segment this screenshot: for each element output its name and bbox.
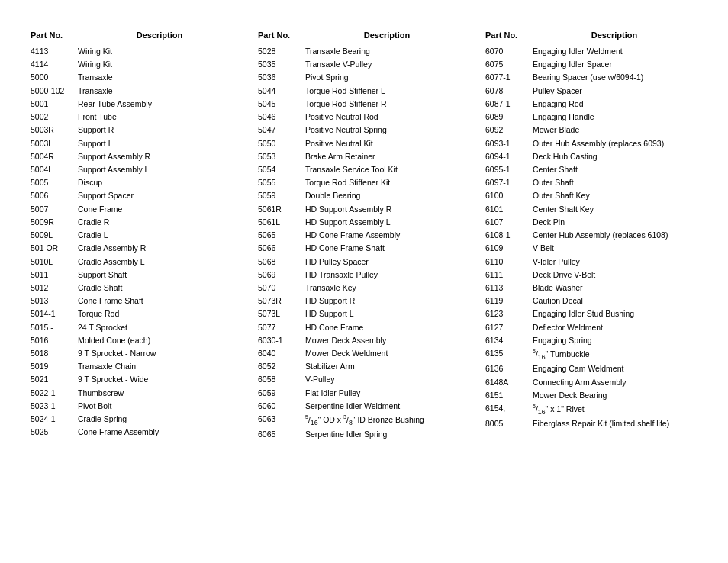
part-number: 6077-1	[485, 72, 533, 83]
part-number: 5019	[31, 361, 78, 372]
table-row: 6087-1Engaging Rod	[485, 98, 697, 110]
part-description: HD Support L	[305, 308, 470, 320]
part-number: 6148A	[485, 377, 533, 388]
parts-page: Part No.Description4113Wiring Kit4114Wir…	[31, 31, 697, 442]
part-description: Support L	[78, 138, 243, 150]
part-description: Engaging Handle	[533, 111, 697, 123]
part-number: 6136	[485, 363, 533, 375]
table-row: 6110V-Idler Pulley	[485, 256, 697, 268]
part-number: 6030-1	[258, 335, 305, 346]
table-row: 5009LCradle L	[31, 230, 243, 241]
part-number: 5066	[258, 243, 305, 254]
table-row: 4114Wiring Kit	[31, 59, 243, 70]
table-row: 6097-1Outer Shaft	[485, 177, 697, 188]
part-description: Positive Neutral Spring	[305, 124, 470, 136]
part-description: Pulley Spacer	[533, 85, 697, 97]
table-row: 5059Double Bearing	[258, 190, 470, 201]
table-row: 6040Mower Deck Weldment	[258, 348, 470, 359]
part-number: 6151	[485, 390, 533, 401]
part-number: 6059	[258, 388, 305, 399]
table-row: 5035Transaxle V-Pulley	[258, 59, 470, 70]
part-description: Positive Neutral Rod	[305, 111, 470, 123]
part-description: 5/16" OD x 3/8" ID Bronze Bushing	[305, 413, 470, 427]
part-number: 8005	[485, 418, 533, 429]
column-2: Part No.Description5028Transaxle Bearing…	[258, 31, 485, 442]
part-number: 6110	[485, 256, 533, 268]
part-number: 5073L	[258, 308, 305, 320]
table-row: 5022-1Thumbscrew	[31, 388, 243, 399]
part-number: 5003R	[31, 124, 78, 136]
part-description: 9 T Sprocket - Narrow	[78, 348, 243, 359]
table-row: 5001Rear Tube Assembly	[31, 98, 243, 110]
part-number: 5047	[258, 124, 305, 136]
part-number: 6092	[485, 124, 533, 136]
part-description: Engaging Idler Stud Bushing	[533, 308, 697, 320]
table-row: 6030-1Mower Deck Assembly	[258, 335, 470, 346]
part-description: V-Idler Pulley	[533, 256, 697, 268]
part-description: Cone Frame	[78, 204, 243, 215]
table-row: 61355/16" Turnbuckle	[485, 348, 697, 362]
part-description: Torque Rod Stiffener R	[305, 98, 470, 110]
table-row: 6148AConnecting Arm Assembly	[485, 377, 697, 388]
table-row: 6108-1Center Hub Assembly (replaces 6108…	[485, 230, 697, 241]
part-description: Outer Shaft Key	[533, 190, 697, 201]
table-row: 5069HD Transaxle Pulley	[258, 269, 470, 281]
table-row: 6154,5/16" x 1" Rivet	[485, 403, 697, 417]
part-no-header: Part No.	[258, 31, 304, 40]
table-row: 5012Cradle Shaft	[31, 282, 243, 294]
table-row: 6059Flat Idler Pulley	[258, 388, 470, 399]
table-row: 5044Torque Rod Stiffener L	[258, 85, 470, 97]
table-row: 4113Wiring Kit	[31, 46, 243, 57]
part-number: 6123	[485, 308, 533, 320]
table-row: 5024-1Cradle Spring	[31, 413, 243, 425]
part-description: Caution Decal	[533, 295, 697, 307]
part-description: Rear Tube Assembly	[78, 98, 243, 110]
part-number: 5059	[258, 190, 305, 201]
table-row: 6092Mower Blade	[485, 124, 697, 136]
table-row: 5047Positive Neutral Spring	[258, 124, 470, 136]
part-description: Connecting Arm Assembly	[533, 377, 697, 388]
table-row: 6058V-Pulley	[258, 374, 470, 385]
part-number: 6095-1	[485, 164, 533, 175]
part-description: Engaging Idler Spacer	[533, 59, 697, 70]
part-description: HD Support R	[305, 295, 470, 307]
part-description: Engaging Rod	[533, 98, 697, 110]
part-description: Serpentine Idler Spring	[305, 429, 470, 440]
part-number: 4114	[31, 59, 78, 70]
part-description: Center Hub Assembly (replaces 6108)	[533, 230, 697, 241]
table-row: 6093-1Outer Hub Assembly (replaces 6093)	[485, 138, 697, 150]
table-row: 5023-1Pivot Bolt	[31, 401, 243, 412]
table-row: 5013Cone Frame Shaft	[31, 295, 243, 307]
part-number: 5014-1	[31, 308, 78, 320]
table-row: 6095-1Center Shaft	[485, 164, 697, 175]
part-description: Engaging Spring	[533, 335, 697, 346]
part-number: 6109	[485, 243, 533, 254]
table-row: 5000Transaxle	[31, 72, 243, 83]
part-description: HD Support Assembly L	[305, 217, 470, 228]
part-number: 6135	[485, 348, 533, 362]
part-description: Cradle R	[78, 217, 243, 228]
part-description: HD Support Assembly R	[305, 204, 470, 215]
table-row: 5016Molded Cone (each)	[31, 335, 243, 346]
part-no-header: Part No.	[31, 31, 76, 40]
description-header: Description	[531, 31, 697, 40]
part-number: 6087-1	[485, 98, 533, 110]
part-description: Center Shaft	[533, 164, 697, 175]
part-description: Engaging Idler Weldment	[533, 46, 697, 57]
part-description: V-Pulley	[305, 374, 470, 385]
part-number: 5028	[258, 46, 305, 57]
part-number: 6113	[485, 282, 533, 294]
part-description: Cradle Assembly L	[78, 256, 243, 268]
table-row: 6111Deck Drive V-Belt	[485, 269, 697, 281]
part-description: Support Assembly L	[78, 164, 243, 175]
part-number: 5077	[258, 322, 305, 333]
part-number: 5005	[31, 177, 78, 188]
part-number: 6100	[485, 190, 533, 201]
table-row: 6052Stabilizer Arm	[258, 361, 470, 372]
part-number: 5018	[31, 348, 78, 359]
part-number: 5002	[31, 111, 78, 123]
part-number: 5012	[31, 282, 78, 294]
part-description: Transaxle Key	[305, 282, 470, 294]
part-description: Bearing Spacer (use w/6094-1)	[533, 72, 697, 83]
part-description: Discup	[78, 177, 243, 188]
